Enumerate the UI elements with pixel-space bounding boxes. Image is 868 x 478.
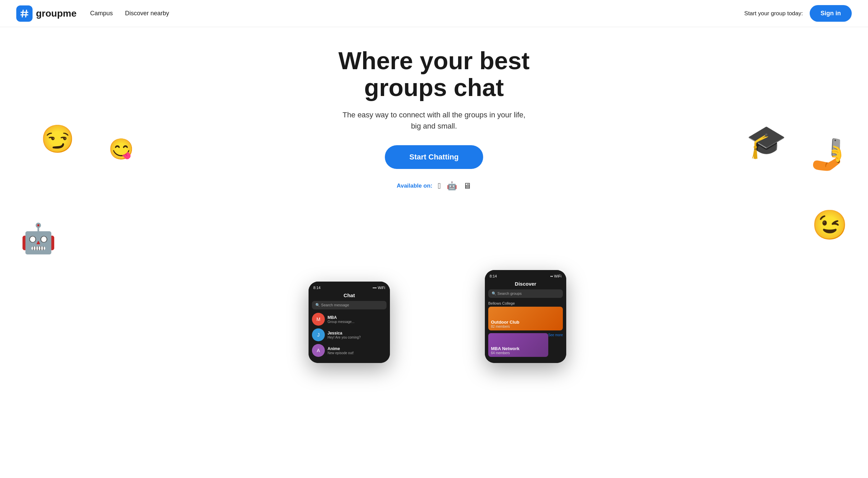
- chat-item-mba: M MBA Group message...: [312, 313, 387, 326]
- available-row: Available on:  🤖 🖥: [397, 181, 471, 191]
- chat-info-jessica: Jessica Hey! Are you coming?: [328, 331, 387, 339]
- groupme-hash-icon: [19, 8, 29, 19]
- chat-status-bar: 8:14 ▪▪▪ WiFi: [312, 286, 387, 290]
- phone-chat: 8:14 ▪▪▪ WiFi Chat 🔍 Search message M MB…: [309, 282, 390, 363]
- avatar-anime: A: [312, 344, 325, 357]
- outdoor-club-image: Outdoor Club 82 members: [488, 307, 563, 330]
- discover-time: 8:14: [490, 274, 497, 278]
- discover-mba: See more MBA Network 64 members: [488, 333, 563, 357]
- discover-link[interactable]: Discover nearby: [125, 10, 169, 17]
- logo-text: groupme: [36, 8, 77, 19]
- hero-title: Where your best groups chat: [315, 47, 553, 101]
- nav-links: Campus Discover nearby: [90, 10, 169, 17]
- chat-title: Chat: [312, 292, 387, 298]
- emoji-selfie: 🤳: [810, 139, 848, 170]
- android-icon: 🤖: [447, 181, 457, 191]
- hero-section: Where your best groups chat The easy way…: [0, 27, 868, 478]
- hero-subtitle: The easy way to connect with all the gro…: [339, 109, 529, 132]
- discover-status-bar: 8:14 ▪▪ WiFi: [488, 274, 563, 278]
- avatar-mba: M: [312, 313, 325, 326]
- chat-signal: ▪▪▪ WiFi: [373, 286, 385, 290]
- emoji-grad: 🎓: [746, 126, 787, 158]
- emoji-wink: 😉: [812, 210, 848, 239]
- phone-discover: 8:14 ▪▪ WiFi Discover 🔍 Search groups Be…: [485, 270, 566, 363]
- emoji-yum: 😋: [108, 139, 134, 159]
- campus-link[interactable]: Campus: [90, 10, 113, 17]
- outdoor-info: Outdoor Club 82 members: [491, 320, 519, 328]
- chat-info-anime: Anime New episode out!: [328, 346, 387, 355]
- available-label: Available on:: [397, 183, 432, 189]
- nav-campus[interactable]: Campus: [90, 10, 113, 17]
- platform-icons:  🤖 🖥: [438, 181, 471, 191]
- chat-screen: 8:14 ▪▪▪ WiFi Chat 🔍 Search message M MB…: [309, 282, 390, 363]
- discover-signal: ▪▪ WiFi: [550, 274, 561, 278]
- nav-right: Start your group today: Sign in: [744, 5, 852, 22]
- avatar-jessica: J: [312, 328, 325, 341]
- logo-icon: [16, 5, 33, 22]
- chat-search: 🔍 Search message: [312, 301, 387, 309]
- nav-discover[interactable]: Discover nearby: [125, 10, 169, 17]
- mba-info: MBA Network 64 members: [491, 346, 519, 355]
- discover-title: Discover: [488, 281, 563, 287]
- nav-right-label: Start your group today:: [744, 10, 803, 17]
- discover-screen: 8:14 ▪▪ WiFi Discover 🔍 Search groups Be…: [485, 270, 566, 363]
- emoji-smirk: 😏: [41, 126, 75, 153]
- chat-time: 8:14: [313, 286, 320, 290]
- signin-button[interactable]: Sign in: [810, 5, 852, 22]
- chat-item-anime: A Anime New episode out!: [312, 344, 387, 357]
- apple-icon: : [438, 181, 441, 191]
- discover-outdoor: Outdoor Club 82 members: [488, 307, 563, 330]
- chat-item-jessica: J Jessica Hey! Are you coming?: [312, 328, 387, 341]
- discover-search: 🔍 Search groups: [488, 289, 563, 298]
- chat-info-mba: MBA Group message...: [328, 315, 387, 324]
- emoji-hat-bot: 🤖: [20, 224, 56, 253]
- college-label: Bellows College: [488, 301, 563, 305]
- start-chatting-button[interactable]: Start Chatting: [385, 145, 483, 169]
- phones-area: 8:14 ▪▪▪ WiFi Chat 🔍 Search message M MB…: [281, 207, 587, 363]
- navbar: groupme Campus Discover nearby Start you…: [0, 0, 868, 27]
- logo-link[interactable]: groupme: [16, 5, 77, 22]
- mba-network-image: MBA Network 64 members: [488, 333, 548, 357]
- desktop-icon: 🖥: [463, 181, 471, 191]
